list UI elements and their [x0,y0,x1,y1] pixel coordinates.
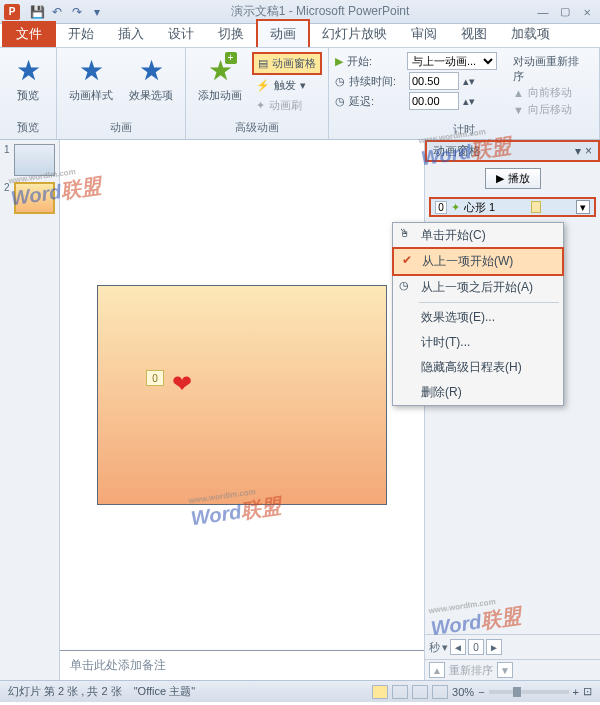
tab-animations[interactable]: 动画 [256,19,310,47]
trigger-button[interactable]: ⚡ 触发 ▾ [252,76,322,95]
pane-header: 动画窗格 ▾ × [425,140,600,162]
close-button[interactable]: ⨉ [578,4,596,20]
zoom-slider[interactable] [489,690,569,694]
menu-on-click[interactable]: 🖱 单击开始(C) [393,223,563,248]
effect-options-button[interactable]: ★ 效果选项 [123,52,179,105]
tab-insert[interactable]: 插入 [106,21,156,47]
reading-view-button[interactable] [412,685,428,699]
slideshow-view-button[interactable] [432,685,448,699]
painter-icon: ✦ [256,99,265,112]
sorter-view-button[interactable] [392,685,408,699]
theme-name: "Office 主题" [134,684,195,699]
tab-addins[interactable]: 加载项 [499,21,562,47]
status-bar: 幻灯片 第 2 张 , 共 2 张 "Office 主题" 30% − + ⊡ [0,680,600,702]
play-button[interactable]: ▶ 播放 [485,168,541,189]
star-icon: ★ [79,54,104,87]
spinner-icon[interactable]: ▴▾ [463,95,475,108]
tab-transitions[interactable]: 切换 [206,21,256,47]
qat-dropdown-icon[interactable]: ▾ [88,3,106,21]
slide-canvas[interactable]: 0 ❤ [60,140,424,650]
start-select[interactable]: 与上一动画... [407,52,497,70]
zoom-level: 30% [452,686,474,698]
save-icon[interactable]: 💾 [28,3,46,21]
menu-after-previous[interactable]: ◷ 从上一项之后开始(A) [393,275,563,300]
down-icon: ▼ [513,104,524,116]
animation-styles-button[interactable]: ★ 动画样式 [63,52,119,105]
timeline-prev-button[interactable]: ◄ [450,639,466,655]
tab-file[interactable]: 文件 [2,21,56,47]
pane-reorder-row: ▲ 重新排序 ▼ [425,659,600,680]
slide-counter: 幻灯片 第 2 张 , 共 2 张 [8,684,122,699]
window-title: 演示文稿1 - Microsoft PowerPoint [106,3,534,20]
star-plus-icon: ★+ [208,54,233,87]
pane-timeline-footer: 秒 ▾ ◄ 0 ► [425,634,600,659]
minimize-button[interactable]: — [534,4,552,20]
duration-input[interactable] [409,72,459,90]
redo-icon[interactable]: ↷ [68,3,86,21]
add-animation-button[interactable]: ★+ 添加动画 [192,52,248,105]
entrance-icon: ✦ [451,201,460,214]
window-controls: — ▢ ⨉ [534,4,596,20]
clock-icon: ◷ [335,75,345,88]
app-icon: P [4,4,20,20]
slide-area: 0 ❤ 单击此处添加备注 [60,140,424,680]
heart-shape[interactable]: ❤ [172,370,192,398]
group-preview: ★ 预览 预览 [0,48,57,139]
group-timing: ▶ 开始: 与上一动画... ◷ 持续时间: ▴▾ ◷ 延迟: ▴▾ [329,48,600,139]
timeline-next-button[interactable]: ► [486,639,502,655]
play-icon: ▶ [496,172,504,185]
timeline-bar [531,201,541,213]
ribbon-tabs: 文件 开始 插入 设计 切换 动画 幻灯片放映 审阅 视图 加载项 [0,24,600,48]
clock-icon: ◷ [335,95,345,108]
notes-pane[interactable]: 单击此处添加备注 [60,650,424,680]
zoom-in-button[interactable]: + [573,686,579,698]
thumb-preview [14,182,56,214]
quick-access-toolbar: 💾 ↶ ↷ ▾ [28,3,106,21]
zoom-out-button[interactable]: − [478,686,484,698]
tab-design[interactable]: 设计 [156,21,206,47]
pane-icon: ▤ [258,57,268,70]
thumbnails-panel: 1 2 [0,140,60,680]
check-icon: ✔ [402,253,412,267]
pane-close-icon[interactable]: × [585,144,592,158]
move-later-button[interactable]: ▼向后移动 [513,101,587,118]
tab-review[interactable]: 审阅 [399,21,449,47]
maximize-button[interactable]: ▢ [556,4,574,20]
move-earlier-button[interactable]: ▲向前移动 [513,84,587,101]
reorder-up-button[interactable]: ▲ [429,662,445,678]
menu-with-previous[interactable]: ✔ 从上一项开始(W) [392,247,564,276]
group-advanced: ★+ 添加动画 ▤ 动画窗格 ⚡ 触发 ▾ ✦ 动画刷 高级动画 [186,48,329,139]
animation-pane-button[interactable]: ▤ 动画窗格 [252,52,322,75]
up-icon: ▲ [513,87,524,99]
item-dropdown-button[interactable]: ▾ [576,200,590,214]
menu-remove[interactable]: 删除(R) [393,380,563,405]
star-icon: ★ [139,54,164,87]
menu-timing[interactable]: 计时(T)... [393,330,563,355]
animation-tag[interactable]: 0 [146,370,164,386]
star-icon: ★ [16,54,41,87]
lightning-icon: ⚡ [256,79,270,92]
group-animation: ★ 动画样式 ★ 效果选项 动画 [57,48,186,139]
spinner-icon[interactable]: ▴▾ [463,75,475,88]
preview-button[interactable]: ★ 预览 [6,52,50,105]
tab-slideshow[interactable]: 幻灯片放映 [310,21,399,47]
normal-view-button[interactable] [372,685,388,699]
animation-painter-button[interactable]: ✦ 动画刷 [252,96,322,115]
delay-input[interactable] [409,92,459,110]
tab-home[interactable]: 开始 [56,21,106,47]
menu-hide-timeline[interactable]: 隐藏高级日程表(H) [393,355,563,380]
context-menu: 🖱 单击开始(C) ✔ 从上一项开始(W) ◷ 从上一项之后开始(A) 效果选项… [392,222,564,406]
mouse-icon: 🖱 [399,227,410,239]
fit-button[interactable]: ⊡ [583,685,592,698]
undo-icon[interactable]: ↶ [48,3,66,21]
clock-icon: ◷ [399,279,409,292]
reorder-down-button[interactable]: ▼ [497,662,513,678]
ribbon: ★ 预览 预览 ★ 动画样式 ★ 效果选项 动画 ★+ 添加动画 [0,48,600,140]
menu-effect-options[interactable]: 效果选项(E)... [393,305,563,330]
animation-list-item[interactable]: 0 ✦ 心形 1 ▾ [429,197,596,217]
pane-dropdown-icon[interactable]: ▾ [575,144,581,158]
slide-thumb-2[interactable]: 2 [4,182,55,214]
slide-thumb-1[interactable]: 1 [4,144,55,176]
tab-view[interactable]: 视图 [449,21,499,47]
slide[interactable]: 0 ❤ [97,285,387,505]
